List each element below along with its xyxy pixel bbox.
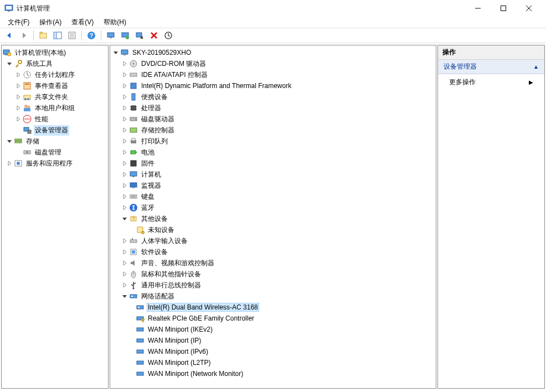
device-net4[interactable]: WAN Miniport (IP) [111, 335, 435, 346]
expander-closed-icon[interactable] [120, 159, 129, 168]
expander-closed-icon[interactable] [14, 81, 23, 90]
device-category-dvd[interactable]: DVD/CD-ROM 驱动器 [111, 58, 435, 69]
disable-device-button[interactable] [133, 29, 146, 42]
svg-point-85 [133, 288, 135, 290]
update-driver-button[interactable] [119, 29, 131, 42]
tree-local-users[interactable]: 本地用户和组 [3, 102, 107, 114]
device-category-monitor[interactable]: 监视器 [111, 180, 435, 191]
scan-for-changes-button[interactable] [162, 29, 174, 42]
tree-label: 系统工具 [25, 59, 54, 69]
device-category-hid[interactable]: 人体学输入设备 [111, 235, 435, 246]
tree-disk-management[interactable]: · 磁盘管理 [3, 147, 107, 158]
menu-help[interactable]: 帮助(H) [99, 17, 131, 28]
uninstall-device-button[interactable] [148, 29, 160, 42]
tree-task-scheduler[interactable]: 任务计划程序 [3, 69, 107, 80]
tree-services-apps[interactable]: 服务和应用程序 [3, 158, 107, 169]
device-tree-pane[interactable]: SKY-20190529XHO DVD/CD-ROM 驱动器 IDE ATA/A… [110, 45, 436, 389]
collapse-icon[interactable]: ▲ [533, 64, 539, 70]
expander-closed-icon[interactable] [120, 236, 129, 245]
expander-closed-icon[interactable] [5, 159, 14, 168]
device-category-storage-ctrl[interactable]: 存储控制器 [111, 125, 435, 136]
device-category-network[interactable]: 网络适配器 [111, 291, 435, 302]
device-category-cpu[interactable]: 处理器 [111, 102, 435, 114]
device-category-intel-platform[interactable]: Intel(R) Dynamic Platform and Thermal Fr… [111, 80, 435, 91]
tree-root[interactable]: 计算机管理(本地) [3, 47, 107, 58]
close-button[interactable] [516, 0, 542, 17]
device-net3[interactable]: WAN Miniport (IKEv2) [111, 324, 435, 335]
more-actions[interactable]: 更多操作 ▶ [438, 74, 544, 90]
tree-label: 共享文件夹 [34, 92, 69, 102]
expander-open-icon[interactable] [111, 48, 120, 57]
expander-closed-icon[interactable] [120, 115, 129, 123]
console-tree-pane[interactable]: 计算机管理(本地) 系统工具 任务计划程序 事件查看器 [1, 45, 109, 389]
actions-section[interactable]: 设备管理器 ▲ [438, 60, 544, 74]
device-net1[interactable]: Intel(R) Dual Band Wireless-AC 3168 [111, 302, 435, 313]
expander-closed-icon[interactable] [120, 192, 129, 201]
menu-view[interactable]: 查看(V) [67, 17, 98, 28]
expander-closed-icon[interactable] [120, 203, 129, 212]
tree-performance[interactable]: 性能 [3, 114, 107, 125]
device-net7[interactable]: WAN Miniport (Network Monitor) [111, 368, 435, 379]
expander-closed-icon[interactable] [14, 104, 23, 112]
svg-rect-4 [501, 6, 506, 11]
show-hide-console-tree-button[interactable] [51, 29, 64, 42]
expander-closed-icon[interactable] [120, 59, 129, 68]
expander-closed-icon[interactable] [120, 126, 129, 135]
maximize-button[interactable] [491, 0, 516, 17]
device-net6[interactable]: WAN Miniport (L2TP) [111, 357, 435, 368]
minimize-button[interactable] [465, 0, 491, 17]
expander-closed-icon[interactable] [120, 281, 129, 290]
expander-closed-icon[interactable] [14, 92, 23, 101]
device-net2[interactable]: !Realtek PCIe GbE Family Controller [111, 313, 435, 324]
toolbar: ? [0, 28, 546, 43]
expander-closed-icon[interactable] [120, 104, 129, 112]
expander-open-icon[interactable] [5, 59, 14, 68]
device-category-portable[interactable]: 便携设备 [111, 91, 435, 102]
properties-button[interactable] [66, 29, 78, 42]
tree-system-tools[interactable]: 系统工具 [3, 58, 107, 69]
help-button[interactable]: ? [85, 29, 97, 42]
device-category-ide[interactable]: IDE ATA/ATAPI 控制器 [111, 69, 435, 80]
expander-closed-icon[interactable] [120, 247, 129, 256]
device-category-usb[interactable]: 通用串行总线控制器 [111, 280, 435, 291]
expander-closed-icon[interactable] [120, 170, 129, 179]
menu-action[interactable]: 操作(A) [35, 17, 66, 28]
device-net5[interactable]: WAN Miniport (IPv6) [111, 346, 435, 357]
forward-button[interactable] [18, 29, 30, 42]
tree-shared-folders[interactable]: 共享文件夹 [3, 91, 107, 102]
menu-file[interactable]: 文件(F) [3, 17, 34, 28]
expander-closed-icon[interactable] [120, 270, 129, 278]
tree-storage[interactable]: 存储 [3, 136, 107, 147]
expander-open-icon[interactable] [5, 137, 14, 146]
expander-closed-icon[interactable] [120, 92, 129, 101]
expander-closed-icon[interactable] [120, 181, 129, 190]
device-unknown[interactable]: !未知设备 [111, 224, 435, 235]
device-category-print-queue[interactable]: 打印队列 [111, 136, 435, 147]
device-category-other[interactable]: ?其他设备 [111, 213, 435, 224]
device-label: DVD/CD-ROM 驱动器 [140, 59, 207, 69]
device-root[interactable]: SKY-20190529XHO [111, 47, 435, 58]
tree-event-viewer[interactable]: 事件查看器 [3, 80, 107, 91]
device-category-bluetooth[interactable]: 蓝牙 [111, 202, 435, 213]
device-category-software[interactable]: 软件设备 [111, 246, 435, 257]
up-button[interactable] [37, 29, 49, 42]
expander-closed-icon[interactable] [120, 259, 129, 267]
back-button[interactable] [3, 29, 16, 42]
device-category-firmware[interactable]: 固件 [111, 158, 435, 169]
device-category-keyboard[interactable]: 键盘 [111, 191, 435, 202]
device-category-sound[interactable]: 声音、视频和游戏控制器 [111, 257, 435, 269]
device-category-battery[interactable]: 电池 [111, 147, 435, 158]
expander-closed-icon[interactable] [120, 70, 129, 79]
scan-hardware-button[interactable] [105, 29, 117, 42]
expander-closed-icon[interactable] [14, 115, 23, 123]
device-category-mouse[interactable]: 鼠标和其他指针设备 [111, 269, 435, 280]
device-category-disk-drives[interactable]: 磁盘驱动器 [111, 114, 435, 125]
device-category-computer[interactable]: 计算机 [111, 169, 435, 180]
expander-open-icon[interactable] [120, 214, 129, 223]
expander-closed-icon[interactable] [120, 148, 129, 157]
expander-open-icon[interactable] [120, 292, 129, 301]
expander-closed-icon[interactable] [14, 70, 23, 79]
tree-device-manager[interactable]: · 设备管理器 [3, 125, 107, 136]
expander-closed-icon[interactable] [120, 137, 129, 146]
expander-closed-icon[interactable] [120, 81, 129, 90]
